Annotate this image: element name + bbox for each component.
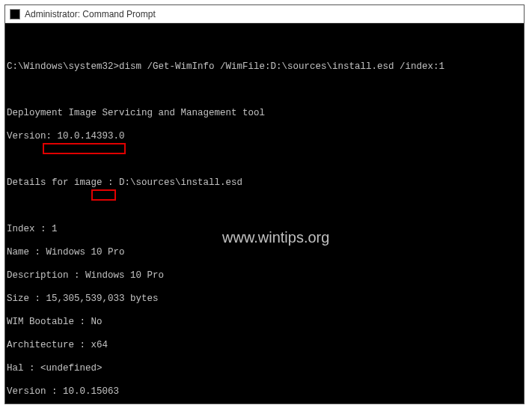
titlebar[interactable]: Administrator: Command Prompt [5, 5, 524, 23]
index-line: Index : 1 [7, 224, 522, 236]
blank-line [7, 38, 522, 50]
wimboot-line: WIM Bootable : No [7, 317, 522, 329]
command-prompt-window: Administrator: Command Prompt C:\Windows… [4, 4, 525, 404]
cmd-icon [10, 9, 20, 19]
blank-line [7, 201, 522, 213]
command-text: dism /Get-WimInfo /WimFile:D:\sources\in… [119, 61, 444, 72]
prompt: C:\Windows\system32> [7, 61, 119, 72]
name-line: Name : Windows 10 Pro [7, 247, 522, 259]
tool-version: Version: 10.0.14393.0 [7, 131, 522, 143]
blank-line [7, 85, 522, 97]
window-title: Administrator: Command Prompt [25, 9, 156, 19]
highlight-arch [91, 189, 116, 201]
description-line: Description : Windows 10 Pro [7, 270, 522, 282]
terminal-output[interactable]: C:\Windows\system32>dism /Get-WimInfo /W… [5, 23, 524, 404]
details-line: Details for image : D:\sources\install.e… [7, 177, 522, 189]
size-line: Size : 15,305,539,033 bytes [7, 293, 522, 305]
name-value: Windows 10 Pro [46, 247, 125, 258]
highlight-name [43, 143, 126, 154]
version-line: Version : 10.0.15063 [7, 386, 522, 398]
blank-line [7, 154, 522, 166]
command-line: C:\Windows\system32>dism /Get-WimInfo /W… [7, 61, 522, 73]
arch-value: x64 [91, 340, 108, 350]
hal-line: Hal : <undefined> [7, 363, 522, 375]
arch-line: Architecture : x64 [7, 340, 522, 352]
tool-header: Deployment Image Servicing and Managemen… [7, 108, 522, 120]
